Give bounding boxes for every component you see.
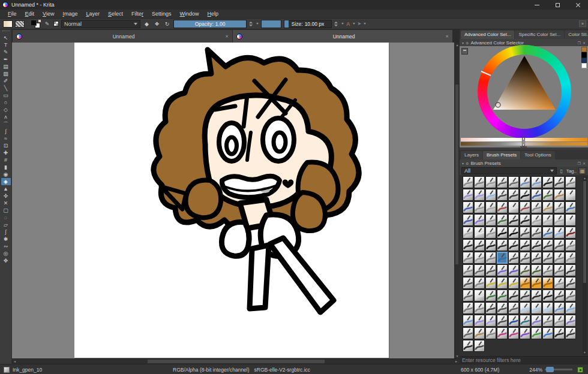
scroll-down-icon[interactable]: ▼ (583, 351, 587, 355)
brush-preset[interactable] (542, 201, 553, 213)
horizontal-scrollbar[interactable]: ◄ ► (12, 358, 459, 364)
history-swatch[interactable] (581, 47, 587, 52)
brush-preset[interactable] (565, 289, 576, 301)
menu-settings[interactable]: Settings (148, 11, 176, 17)
brush-preset[interactable] (542, 227, 553, 239)
brush-preset[interactable] (542, 239, 553, 251)
menu-select[interactable]: Select (104, 11, 127, 17)
brush-preset[interactable] (463, 176, 473, 188)
transform-tool[interactable]: ⊡ (1, 142, 11, 149)
horizontal-scroll-thumb[interactable] (148, 360, 325, 363)
polygon-tool[interactable]: ◇ (1, 106, 11, 113)
brush-preset[interactable] (463, 327, 473, 339)
document-tab-1[interactable]: Unnamed✕ (13, 30, 232, 43)
brush-preset[interactable] (508, 302, 519, 314)
maximize-button[interactable] (547, 0, 568, 10)
brush-preset[interactable] (531, 189, 542, 201)
brush-preset[interactable] (531, 289, 542, 301)
brush-preset[interactable] (531, 327, 542, 339)
brush-preset[interactable] (485, 252, 496, 264)
brush-preset[interactable] (542, 176, 553, 188)
brush-preset[interactable] (565, 315, 576, 327)
preserve-alpha-icon[interactable]: ❖ (153, 21, 161, 27)
text-tool[interactable]: T (1, 41, 11, 49)
brush-preset[interactable] (463, 189, 473, 201)
bezier-selection-tool[interactable]: ∾ (1, 243, 11, 250)
brush-preset[interactable] (520, 239, 530, 251)
scroll-up-icon[interactable]: ▲ (455, 43, 459, 47)
brush-preset[interactable] (485, 214, 496, 226)
gradient-chooser[interactable] (3, 20, 13, 28)
similar-color-selection-tool[interactable]: ✱ (1, 236, 11, 243)
brush-preset[interactable] (531, 277, 542, 289)
brush-preset[interactable] (554, 302, 565, 314)
tag-button[interactable]: Tag.. (566, 168, 577, 174)
close-tab-icon[interactable]: ✕ (445, 34, 449, 39)
calligraphy-tool[interactable]: ✒ (1, 56, 11, 63)
brush-preset[interactable] (508, 252, 519, 264)
brush-preset[interactable] (463, 264, 473, 276)
brush-preset[interactable] (531, 214, 542, 226)
chevron-down-icon[interactable] (353, 23, 355, 25)
close-docker-icon[interactable]: ✕ (583, 41, 586, 45)
blending-mode-dropdown[interactable]: Normal (61, 20, 140, 28)
brush-preset[interactable] (508, 315, 519, 327)
brush-preset[interactable] (565, 327, 576, 339)
menu-edit[interactable]: Edit (21, 11, 39, 17)
menu-image[interactable]: Image (58, 11, 82, 17)
foreground-background-colors[interactable] (31, 20, 41, 28)
gear-icon[interactable]: ⚙ (466, 161, 469, 165)
brush-preset[interactable] (520, 201, 530, 213)
brush-preset[interactable] (463, 252, 473, 264)
brush-preset[interactable] (554, 252, 565, 264)
brush-preset-selected[interactable] (497, 252, 508, 264)
toolbox-grip[interactable] (2, 31, 10, 33)
brush-preset[interactable] (508, 214, 519, 226)
float-docker-icon[interactable]: ❐ (578, 161, 581, 165)
tab-color-sli[interactable]: Color Sli... (565, 31, 588, 39)
brush-preset[interactable] (508, 327, 519, 339)
brush-preset[interactable] (474, 239, 485, 251)
elliptical-selection-tool[interactable]: ◌ (1, 214, 11, 221)
brush-preset[interactable] (565, 239, 576, 251)
gear-icon[interactable]: ⚙ (466, 41, 469, 45)
brush-preset[interactable] (463, 289, 473, 301)
brush-preset[interactable] (497, 189, 508, 201)
brush-preset[interactable] (497, 239, 508, 251)
advanced-color-selector[interactable] (460, 46, 588, 147)
resource-filter-input[interactable]: Enter resource filters here (460, 356, 588, 364)
chevron-down-icon[interactable] (364, 23, 366, 25)
collapse-icon[interactable]: ▾ (462, 161, 464, 165)
brush-preset[interactable] (497, 201, 508, 213)
pattern-edit-tool[interactable]: ▨ (1, 70, 11, 77)
history-swatch[interactable] (581, 63, 587, 68)
brush-preset[interactable] (520, 252, 530, 264)
brush-preset[interactable] (531, 227, 542, 239)
crop-tool[interactable]: # (1, 156, 11, 164)
flow-slider[interactable] (261, 20, 281, 28)
brush-preset[interactable] (485, 315, 496, 327)
history-swatch[interactable] (581, 52, 587, 58)
document-tab-2[interactable]: Unnamed✕ (233, 30, 452, 43)
brush-preset[interactable] (565, 277, 576, 289)
brush-preset[interactable] (474, 201, 485, 213)
polyline-tool[interactable]: ʌ (1, 113, 11, 120)
brush-preset[interactable] (542, 277, 553, 289)
opacity-slider[interactable]: Opacity:1.00 (173, 20, 247, 28)
edit-shapes-tool[interactable]: ✎ (1, 49, 11, 56)
mirror-tool-icon[interactable]: A (346, 21, 350, 27)
pan-tool[interactable]: ✥ (1, 257, 11, 264)
brush-preset[interactable] (485, 302, 496, 314)
brush-preset[interactable] (497, 302, 508, 314)
tab-specific-color-sel[interactable]: Specific Color Sel... (515, 31, 564, 39)
pattern-chooser[interactable] (15, 20, 25, 28)
brush-preset[interactable] (474, 340, 485, 352)
close-button[interactable] (568, 0, 588, 10)
menu-view[interactable]: View (38, 11, 58, 17)
dynamic-brush-tool[interactable]: ≈ (1, 135, 11, 142)
brush-preset[interactable] (554, 239, 565, 251)
brush-preset[interactable] (497, 277, 508, 289)
size-spinner[interactable] (334, 22, 339, 26)
history-swatch[interactable] (581, 58, 587, 63)
brush-preset[interactable] (520, 264, 530, 276)
